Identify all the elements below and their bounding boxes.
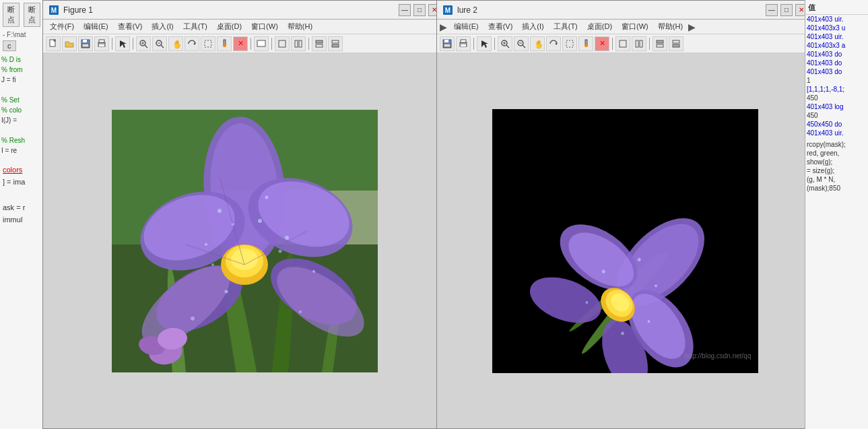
breakpoint-btn-2[interactable]: 断点 [24,3,40,27]
rp-code-6: (mask);850 [805,184,868,193]
menu2-help[interactable]: 帮助(H) [654,20,687,33]
rp-row-1: 401x403 uir. [805,15,868,24]
tb-brush[interactable] [217,36,232,51]
svg-point-62 [191,317,195,321]
menu-edit[interactable]: 编辑(E) [79,20,112,33]
tb2-pan[interactable]: ✋ [530,36,545,51]
tb2-zoom-out[interactable] [514,36,529,51]
svg-rect-93 [657,40,663,43]
tb2-save[interactable] [440,36,455,51]
tb-print[interactable] [94,36,109,51]
menu-window[interactable]: 窗口(W) [247,20,282,33]
tb2-layout1[interactable] [615,36,630,51]
tb-pan[interactable]: ✋ [168,36,183,51]
tb-layout3[interactable] [312,36,327,51]
tb-print2[interactable] [254,36,269,51]
menu2-overflow: ▶ [688,22,696,32]
svg-rect-23 [257,40,265,46]
rp-code-4: = size(g); [805,166,868,175]
code-line-9: % Resh [1,135,42,145]
svg-rect-3 [54,40,55,41]
menu2-edit[interactable]: 编辑(E) [450,20,483,33]
svg-rect-89 [585,44,588,47]
figure1-minimize[interactable]: — [399,4,411,16]
tb2-zoom-in[interactable] [498,36,512,51]
tb2-layout4[interactable] [669,36,683,51]
svg-rect-28 [316,44,323,47]
menu-ellipsis: ▶ [440,22,447,32]
tb-save[interactable] [78,36,93,51]
code-line-8 [1,125,42,135]
watermark: http://blog.csdn.net/qq [685,352,751,360]
tb2-print[interactable] [456,36,471,51]
tb-zoom-in[interactable] [136,36,151,51]
tb-layout1[interactable] [275,36,290,51]
figure2-main: http://blog.csdn.net/qq [437,53,813,428]
menu2-tools[interactable]: 工具(T) [549,20,582,33]
tb-select[interactable] [201,36,215,51]
tb-arrow[interactable] [115,36,130,51]
tb2-select[interactable] [562,36,577,51]
menu2-desktop[interactable]: 桌面(D) [583,20,616,33]
tb-layout2[interactable] [291,36,306,51]
tb-new[interactable] [46,36,61,51]
code-line-3: J = fi [1,75,42,85]
rp-row-7: 401x403 do [805,67,868,76]
tb2-arrow[interactable] [477,36,492,51]
tb-rotate[interactable] [185,36,199,51]
figure2-minimize[interactable]: — [766,4,778,16]
svg-point-56 [312,270,315,273]
tb2-rotate[interactable] [546,36,561,51]
tb-sep-5 [308,38,309,50]
menu2-insert[interactable]: 插入(I) [518,20,547,33]
svg-rect-5 [83,40,87,42]
tb-zoom-out[interactable] [152,36,167,51]
menu-file[interactable]: 文件(F) [46,20,78,33]
figure1-maximize[interactable]: □ [413,4,426,16]
code-line-7: I(J) = [1,115,42,125]
breakpoint-btn-1[interactable]: 断点 [3,3,20,27]
menu-view[interactable]: 查看(V) [114,20,147,33]
tb2-layout3[interactable] [653,36,667,51]
menu-desktop[interactable]: 桌面(D) [213,20,246,33]
tb-sep-2 [133,38,133,50]
svg-marker-19 [193,42,195,45]
tab-label[interactable]: c [3,40,16,51]
tb2-layout2[interactable] [632,36,646,51]
tb2-brush[interactable] [578,36,593,51]
tb-eraser[interactable]: ✕ [233,36,248,51]
figure2-maximize[interactable]: □ [780,4,793,16]
menu-tools[interactable]: 工具(T) [179,20,211,33]
figure1-window: M Figure 1 — □ ✕ 文件(F) 编辑(E) 查看(V) 插入(I)… [42,0,446,429]
code-line-4 [1,85,42,95]
figure2-controls: — □ ✕ [766,4,807,16]
menu-help[interactable]: 帮助(H) [283,20,316,33]
svg-point-58 [258,219,262,223]
code-line-5: % Set [1,95,42,105]
figure2-menubar: ▶ 编辑(E) 查看(V) 插入(I) 工具(T) 桌面(D) 窗口(W) 帮助… [437,20,813,34]
svg-rect-8 [99,40,104,42]
svg-rect-30 [332,44,339,47]
menu-insert[interactable]: 插入(I) [147,20,177,33]
tb2-eraser[interactable]: ✕ [595,36,609,51]
svg-rect-27 [316,40,323,43]
tb-open[interactable] [62,36,77,51]
svg-rect-75 [461,40,466,42]
rp-code-3: show(g); [805,158,868,166]
code-line-6: % colo [1,105,42,115]
menu2-view[interactable]: 查看(V) [484,20,517,33]
svg-marker-10 [120,40,127,48]
svg-point-53 [205,243,207,246]
svg-rect-92 [640,40,642,47]
svg-point-61 [299,310,302,313]
tb2-sep-2 [494,38,495,50]
rp-row-3: 401x403 uir. [805,32,868,41]
figure1-menubar: 文件(F) 编辑(E) 查看(V) 插入(I) 工具(T) 桌面(D) 窗口(W… [43,20,446,34]
figure1-main [43,53,446,428]
code-line-2: % from [1,65,42,75]
svg-rect-76 [461,44,466,46]
rp-num-2: 450 [805,94,868,102]
menu2-window[interactable]: 窗口(W) [617,20,653,33]
tb-layout4[interactable] [328,36,343,51]
iris-flower-image [112,110,378,372]
